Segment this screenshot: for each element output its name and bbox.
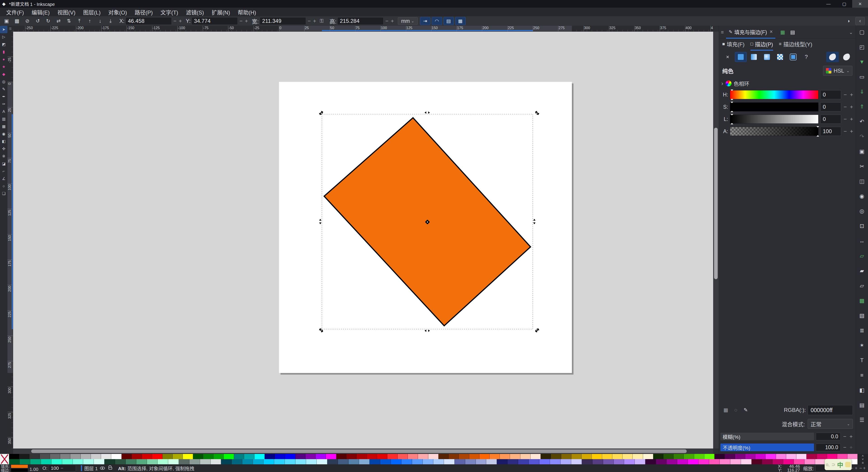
no-color-swatch[interactable]: [0, 454, 9, 464]
color-swatch[interactable]: [551, 454, 561, 459]
color-swatch[interactable]: [762, 459, 773, 464]
plus-button[interactable]: +: [849, 444, 853, 450]
group-button[interactable]: ▩: [857, 296, 867, 306]
color-swatch[interactable]: [221, 459, 232, 464]
minus-button[interactable]: −: [842, 444, 847, 450]
color-swatch[interactable]: [423, 459, 433, 464]
plus-button[interactable]: +: [178, 18, 183, 24]
lightness-slider[interactable]: [730, 115, 818, 124]
minus-button[interactable]: −: [239, 18, 243, 24]
menu-item-t[interactable]: 文字(T): [157, 8, 182, 16]
connector-tool[interactable]: ⌐: [0, 167, 7, 175]
color-swatch[interactable]: [306, 454, 316, 459]
color-swatch[interactable]: [741, 459, 752, 464]
color-swatch[interactable]: [162, 454, 173, 459]
plus-button[interactable]: +: [849, 433, 853, 440]
saturation-slider-value[interactable]: 0: [820, 102, 841, 112]
palette-scroll-up[interactable]: ˄: [862, 454, 864, 458]
pencil-tool[interactable]: ✎: [0, 86, 7, 93]
color-swatch[interactable]: [677, 459, 688, 464]
save-document-button[interactable]: ▼: [857, 57, 867, 67]
palette-scroll-down[interactable]: ˅: [862, 458, 864, 461]
color-swatch[interactable]: [62, 459, 73, 464]
color-swatch[interactable]: [520, 454, 530, 459]
color-swatch[interactable]: [490, 454, 500, 459]
cut-button[interactable]: ✂: [857, 161, 867, 171]
paint-pattern-button[interactable]: [774, 52, 786, 62]
menu-item-e[interactable]: 编辑(E): [28, 8, 54, 16]
menu-item-o[interactable]: 对象(O): [104, 8, 131, 16]
stroke-paint-tab[interactable]: □描边(P): [750, 40, 773, 51]
star-tool[interactable]: ★: [0, 63, 7, 70]
zoom-selection-button[interactable]: ◉: [857, 191, 867, 201]
bucket-tool[interactable]: ◧: [0, 138, 7, 145]
preferences-button[interactable]: ☰: [857, 415, 867, 425]
color-swatch[interactable]: [539, 459, 550, 464]
color-swatch[interactable]: [704, 454, 715, 459]
color-swatch[interactable]: [469, 454, 479, 459]
paint-radial-gradient-button[interactable]: [761, 52, 773, 62]
paint-none-button[interactable]: ×: [722, 52, 734, 62]
color-swatch[interactable]: [20, 459, 30, 464]
document-properties-tab[interactable]: ▤: [787, 27, 798, 37]
paint-flat-button[interactable]: [735, 52, 747, 62]
color-swatch[interactable]: [183, 454, 193, 459]
color-swatch[interactable]: [40, 454, 50, 459]
scale-corners-toggle[interactable]: ◠: [432, 17, 442, 25]
hue-wheel-expander[interactable]: › 色相环: [719, 78, 856, 89]
color-swatch[interactable]: [582, 459, 592, 464]
color-swatch[interactable]: [264, 459, 274, 464]
color-swatch[interactable]: [510, 454, 520, 459]
color-swatch[interactable]: [412, 459, 423, 464]
color-swatch[interactable]: [603, 459, 614, 464]
lock-ratio-icon[interactable]: ⚿: [317, 17, 327, 25]
alpha-slider-value[interactable]: 100: [820, 127, 841, 136]
h-input[interactable]: 215.284: [337, 17, 383, 25]
tab-fill-and-stroke[interactable]: ✎ 填充与描边(F) ×: [726, 26, 776, 39]
color-swatch[interactable]: [296, 459, 306, 464]
select-all-icon[interactable]: ▣: [2, 17, 11, 25]
color-swatch[interactable]: [783, 459, 794, 464]
color-swatch[interactable]: [653, 454, 663, 459]
color-swatch[interactable]: [776, 454, 786, 459]
color-swatch[interactable]: [232, 459, 242, 464]
blend-mode-dropdown[interactable]: 正常 ⌄: [808, 419, 853, 429]
saturation-slider[interactable]: [730, 102, 818, 112]
color-swatch[interactable]: [189, 459, 200, 464]
paint-unknown-button[interactable]: ?: [800, 52, 812, 62]
units-dropdown[interactable]: mm ⌄: [398, 17, 418, 25]
minus-button[interactable]: −: [843, 128, 847, 134]
color-swatch[interactable]: [635, 459, 645, 464]
paste-button[interactable]: ◫: [857, 176, 867, 186]
color-swatch[interactable]: [73, 459, 84, 464]
layer-lock-icon[interactable]: [108, 467, 112, 470]
horizontal-ruler[interactable]: -250-225-200-175-150-125-100-75-50-25025…: [13, 26, 713, 32]
pen-tool[interactable]: ✒: [0, 93, 7, 100]
color-swatch[interactable]: [507, 459, 518, 464]
rgba-input[interactable]: 000000ff: [808, 405, 853, 415]
stroke-color-swatch[interactable]: [11, 469, 28, 472]
color-swatch[interactable]: [815, 459, 826, 464]
color-swatch[interactable]: [367, 454, 377, 459]
color-swatch[interactable]: [357, 454, 367, 459]
opacity-slider[interactable]: 不透明度(%): [720, 443, 814, 451]
color-swatch[interactable]: [70, 454, 81, 459]
color-swatch[interactable]: [612, 454, 622, 459]
menu-item-v[interactable]: 视图(V): [54, 8, 79, 16]
box3d-tool[interactable]: ◆: [0, 70, 7, 78]
menu-item-h[interactable]: 帮助(H): [234, 8, 260, 16]
color-swatch[interactable]: [60, 454, 70, 459]
color-swatch[interactable]: [19, 454, 29, 459]
palette-menu-icon[interactable]: ≡: [862, 461, 864, 464]
alpha-slider[interactable]: [730, 127, 818, 136]
current-layer-name[interactable]: 图层 1: [84, 465, 98, 472]
align-dialog-button[interactable]: ≡: [857, 370, 867, 380]
color-swatch[interactable]: [773, 459, 783, 464]
w-input[interactable]: 211.349: [260, 17, 306, 25]
color-swatch[interactable]: [285, 459, 296, 464]
ungroup-button[interactable]: ▧: [857, 311, 867, 320]
lightness-slider-value[interactable]: 0: [820, 115, 841, 124]
color-swatch[interactable]: [497, 459, 507, 464]
symbols-dialog-button[interactable]: ✶: [857, 340, 867, 350]
plus-button[interactable]: +: [849, 128, 854, 134]
